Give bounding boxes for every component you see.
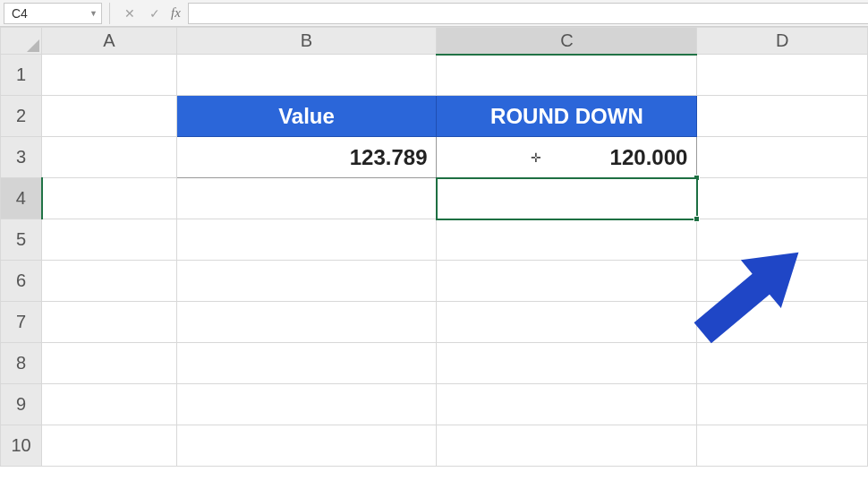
cell-D9[interactable] <box>697 384 868 425</box>
chevron-down-icon[interactable]: ▼ <box>89 9 98 18</box>
cell-D4[interactable] <box>697 178 868 219</box>
cell-D2[interactable] <box>697 96 868 137</box>
row-header-6[interactable]: 6 <box>1 261 42 302</box>
check-icon: ✓ <box>149 6 160 21</box>
row-label: 9 <box>16 394 26 414</box>
cell-D1[interactable] <box>697 55 868 96</box>
cell-A10[interactable] <box>42 425 176 467</box>
cell-D10[interactable] <box>697 425 868 467</box>
cell-B10[interactable] <box>176 425 437 467</box>
row-label: 5 <box>16 229 26 249</box>
col-header-B[interactable]: B <box>176 28 437 55</box>
cell-C7[interactable] <box>437 302 697 343</box>
col-header-C[interactable]: C <box>437 28 697 55</box>
row-header-7[interactable]: 7 <box>1 302 42 343</box>
cell-A1[interactable] <box>42 55 176 96</box>
cell-A6[interactable] <box>42 261 176 302</box>
cell-A7[interactable] <box>42 302 176 343</box>
cell-D7[interactable] <box>697 302 868 343</box>
name-box-value: C4 <box>12 6 28 21</box>
cell-B6[interactable] <box>176 261 437 302</box>
cell-A5[interactable] <box>42 219 176 261</box>
row-label: 6 <box>16 270 26 290</box>
cell-A4[interactable] <box>42 178 176 219</box>
cell-B9[interactable] <box>176 384 437 425</box>
cell-A9[interactable] <box>42 384 176 425</box>
cell-text: ROUND DOWN <box>490 104 643 128</box>
cell-C9[interactable] <box>437 384 697 425</box>
cell-C5[interactable] <box>437 219 697 261</box>
cell-A3[interactable] <box>42 137 176 178</box>
col-header-D[interactable]: D <box>697 28 868 55</box>
cell-D6[interactable] <box>697 261 868 302</box>
cell-C4[interactable] <box>437 178 697 219</box>
col-label: D <box>776 30 788 50</box>
cancel-button[interactable]: ✕ <box>117 3 142 24</box>
cell-B3[interactable]: 123.789 <box>176 137 437 178</box>
enter-button[interactable]: ✓ <box>142 3 167 24</box>
cell-C8[interactable] <box>437 343 697 384</box>
row-header-3[interactable]: 3 <box>1 137 42 178</box>
spreadsheet[interactable]: A B C D 1 2 Value ROUND DOWN 3 123.789 ✛ <box>0 27 868 467</box>
cell-D8[interactable] <box>697 343 868 384</box>
row-header-1[interactable]: 1 <box>1 55 42 96</box>
fx-icon[interactable]: fx <box>171 5 181 21</box>
col-header-A[interactable]: A <box>42 28 176 55</box>
close-icon: ✕ <box>124 6 135 21</box>
cell-C2[interactable]: ROUND DOWN <box>437 96 697 137</box>
select-all-icon <box>27 39 39 52</box>
formula-input[interactable] <box>188 3 868 24</box>
cell-A2[interactable] <box>42 96 176 137</box>
cell-text: Value <box>278 104 335 128</box>
cell-B1[interactable] <box>176 55 437 96</box>
cell-B7[interactable] <box>176 302 437 343</box>
row-header-4[interactable]: 4 <box>1 178 42 219</box>
row-label: 1 <box>16 64 26 84</box>
cell-A8[interactable] <box>42 343 176 384</box>
col-label: A <box>103 30 115 50</box>
row-label: 8 <box>16 353 26 373</box>
cell-B8[interactable] <box>176 343 437 384</box>
row-header-8[interactable]: 8 <box>1 343 42 384</box>
divider <box>109 3 110 24</box>
row-label: 2 <box>16 106 26 125</box>
excel-cursor-icon: ✛ <box>531 150 541 165</box>
row-header-5[interactable]: 5 <box>1 219 42 261</box>
col-label: C <box>560 30 573 50</box>
row-header-9[interactable]: 9 <box>1 384 42 425</box>
cell-text: 120.000 <box>610 145 688 169</box>
cell-D3[interactable] <box>697 137 868 178</box>
cell-C6[interactable] <box>437 261 697 302</box>
row-label: 10 <box>11 435 30 455</box>
cell-C3[interactable]: ✛ 120.000 <box>437 137 697 178</box>
cell-C1[interactable] <box>437 55 697 96</box>
row-label: 3 <box>16 147 26 167</box>
svg-marker-0 <box>27 39 39 52</box>
cell-B4[interactable] <box>176 178 437 219</box>
cell-B5[interactable] <box>176 219 437 261</box>
row-header-10[interactable]: 10 <box>1 425 42 467</box>
cell-text: 123.789 <box>350 145 428 169</box>
formula-bar-strip: C4 ▼ ✕ ✓ fx <box>0 0 868 27</box>
cell-B2[interactable]: Value <box>176 96 437 137</box>
row-header-2[interactable]: 2 <box>1 96 42 137</box>
select-all-corner[interactable] <box>1 28 42 55</box>
name-box[interactable]: C4 ▼ <box>4 3 102 24</box>
cell-C10[interactable] <box>437 425 697 467</box>
row-label: 7 <box>16 312 26 331</box>
row-label: 4 <box>16 188 26 208</box>
grid-area: A B C D 1 2 Value ROUND DOWN 3 123.789 ✛ <box>0 27 868 489</box>
col-label: B <box>301 30 312 50</box>
cell-D5[interactable] <box>697 219 868 261</box>
